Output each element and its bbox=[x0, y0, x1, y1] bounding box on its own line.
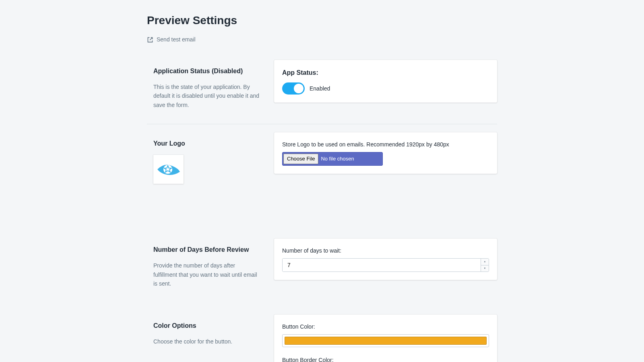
section-days: Number of Days Before Review Provide the… bbox=[147, 239, 497, 294]
colors-card: Button Color: Button Border Color: bbox=[274, 315, 497, 362]
days-heading: Number of Days Before Review bbox=[153, 245, 260, 255]
button-color-swatch bbox=[285, 337, 487, 345]
eye-star-logo-icon bbox=[155, 161, 182, 177]
file-status-text: No file chosen bbox=[321, 155, 354, 163]
toggle-state-label: Enabled bbox=[310, 84, 330, 93]
button-color-input[interactable] bbox=[282, 334, 489, 347]
days-description: Provide the number of days after fulfill… bbox=[153, 261, 260, 288]
section-colors: Color Options Choose the color for the b… bbox=[147, 315, 497, 362]
page-title: Preview Settings bbox=[147, 12, 497, 29]
logo-heading: Your Logo bbox=[153, 139, 260, 148]
days-input-label: Number of days to wait: bbox=[282, 247, 489, 255]
button-color-label: Button Color: bbox=[282, 323, 489, 331]
send-test-email-link[interactable]: Send test email bbox=[147, 35, 196, 44]
app-status-heading: Application Status (Disabled) bbox=[153, 66, 260, 76]
send-test-email-label: Send test email bbox=[157, 35, 196, 44]
logo-card: Store Logo to be used on emails. Recomme… bbox=[274, 132, 497, 174]
app-status-card: App Status: Enabled bbox=[274, 60, 497, 103]
button-border-color-label: Button Border Color: bbox=[282, 356, 489, 362]
days-input[interactable] bbox=[283, 259, 481, 272]
external-link-icon bbox=[147, 37, 153, 43]
days-increment-button[interactable]: ▲ bbox=[481, 259, 489, 265]
section-logo: Your Logo Store Logo to be used on email… bbox=[147, 132, 497, 190]
logo-file-description: Store Logo to be used on emails. Recomme… bbox=[282, 140, 489, 149]
app-status-description: This is the state of your application. B… bbox=[153, 82, 260, 109]
section-app-status: Application Status (Disabled) This is th… bbox=[147, 60, 497, 124]
app-status-card-label: App Status: bbox=[282, 68, 489, 78]
days-card: Number of days to wait: ▲ ▼ bbox=[274, 239, 497, 280]
days-decrement-button[interactable]: ▼ bbox=[481, 265, 489, 272]
choose-file-button[interactable]: Choose File bbox=[283, 154, 318, 164]
app-status-toggle[interactable] bbox=[282, 82, 305, 95]
colors-description: Choose the color for the button. bbox=[153, 337, 260, 346]
logo-preview bbox=[153, 155, 184, 184]
toggle-knob bbox=[294, 84, 303, 93]
colors-heading: Color Options bbox=[153, 321, 260, 331]
logo-file-input[interactable]: Choose File No file chosen bbox=[282, 152, 383, 166]
